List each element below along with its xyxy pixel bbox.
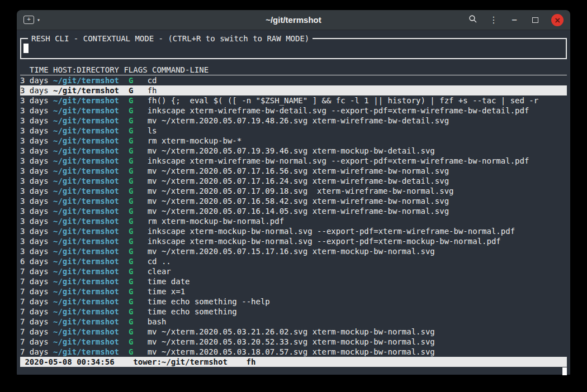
history-row[interactable]: 7 days ~/git/termshot G time echo someth… — [20, 307, 567, 317]
row-host-directory: ~/git/termshot — [53, 86, 119, 95]
row-host-directory: ~/git/termshot — [53, 166, 119, 175]
history-row[interactable]: 7 days ~/git/termshot G bash — [20, 317, 567, 327]
row-host-directory: ~/git/termshot — [53, 116, 119, 125]
row-host-directory: ~/git/termshot — [53, 197, 119, 205]
history-row[interactable]: 3 days ~/git/termshot G cd — [20, 75, 567, 85]
row-command: fh — [148, 86, 157, 95]
row-flags: G — [129, 237, 133, 246]
history-row[interactable]: 7 days ~/git/termshot G time date — [20, 276, 567, 286]
row-time: 3 days — [20, 96, 49, 105]
history-row[interactable]: 7 days ~/git/termshot G mv ~/xterm.2020.… — [20, 327, 567, 337]
mode-title: RESH CLI - CONTEXTUAL MODE - (CTRL+R to … — [28, 34, 313, 44]
history-row[interactable]: 7 days ~/git/termshot G time echo someth… — [20, 297, 567, 307]
history-list: 3 days ~/git/termshot G cd3 days ~/git/t… — [20, 75, 567, 357]
row-host-directory: ~/git/termshot — [53, 237, 119, 246]
row-time: 7 days — [20, 337, 49, 346]
new-tab-icon: + — [23, 16, 34, 24]
history-row[interactable]: 3 days ~/git/termshot G inkscape xterm-w… — [20, 156, 567, 166]
history-row[interactable]: 3 days ~/git/termshot G inkscape xterm-w… — [20, 106, 567, 116]
row-host-directory: ~/git/termshot — [53, 96, 119, 105]
history-row[interactable]: 3 days ~/git/termshot G mv ~/xterm.2020.… — [20, 176, 567, 186]
history-row[interactable]: 3 days ~/git/termshot G mv ~/xterm.2020.… — [20, 196, 567, 206]
row-flags: G — [129, 337, 133, 346]
row-command: rm xterm-mockup-bw-* — [148, 136, 242, 145]
search-input[interactable]: RESH CLI - CONTEXTUAL MODE - (CTRL+R to … — [20, 38, 567, 59]
history-row[interactable]: 3 days ~/git/termshot G rm xterm-mockup-… — [20, 216, 567, 226]
history-row[interactable]: 3 days ~/git/termshot G mv ~/xterm.2020.… — [20, 146, 567, 156]
row-flags: G — [129, 247, 133, 256]
row-host-directory: ~/git/termshot — [53, 307, 119, 316]
history-row[interactable]: 3 days ~/git/termshot G ls — [20, 126, 567, 136]
terminal-window: + ▾ ~/git/termshot ⋮ − × — [17, 10, 570, 375]
history-row[interactable]: 3 days ~/git/termshot G mv ~/xterm.2020.… — [20, 186, 567, 196]
row-command: inkscape xterm-wireframe-bw-normal.svg -… — [148, 156, 529, 165]
row-host-directory: ~/git/termshot — [53, 277, 119, 286]
row-time: 3 days — [20, 247, 49, 256]
history-row[interactable]: 7 days ~/git/termshot G mv ~/xterm.2020.… — [20, 347, 567, 357]
history-row[interactable]: 7 days ~/git/termshot G mv ~/xterm.2020.… — [20, 337, 567, 347]
kebab-menu-icon: ⋮ — [489, 15, 498, 25]
close-button[interactable]: × — [551, 14, 564, 26]
row-host-directory: ~/git/termshot — [53, 217, 119, 226]
row-command: fh() {; eval $( ([ -n "$ZSH_NAME" ] && f… — [148, 96, 539, 105]
row-host-directory: ~/git/termshot — [53, 126, 119, 135]
history-row[interactable]: 3 days ~/git/termshot G mv ~/xterm.2020.… — [20, 246, 567, 256]
row-host-directory: ~/git/termshot — [53, 317, 119, 326]
row-flags: G — [129, 307, 133, 316]
row-command: mv ~/xterm.2020.05.07.17.16.24.svg xterm… — [148, 176, 449, 185]
row-host-directory: ~/git/termshot — [53, 337, 119, 346]
history-row[interactable]: 3 days ~/git/termshot G mv ~/xterm.2020.… — [20, 206, 567, 216]
history-row[interactable]: 3 days ~/git/termshot G rm xterm-mockup-… — [20, 136, 567, 146]
row-host-directory: ~/git/termshot — [53, 297, 119, 306]
row-host-directory: ~/git/termshot — [53, 76, 119, 85]
history-row[interactable]: 6 days ~/git/termshot G cd .. — [20, 256, 567, 266]
restore-button[interactable] — [531, 16, 539, 25]
row-time: 3 days — [20, 146, 49, 155]
row-time: 3 days — [20, 227, 49, 236]
row-command: bash — [148, 317, 167, 326]
row-time: 3 days — [20, 217, 49, 226]
history-row[interactable]: 3 days ~/git/termshot G mv ~/xterm.2020.… — [20, 166, 567, 176]
history-row[interactable]: 3 days ~/git/termshot G inkscape xterm-m… — [20, 236, 567, 246]
row-flags: G — [129, 146, 133, 155]
row-flags: G — [129, 106, 133, 115]
row-flags: G — [129, 197, 133, 205]
row-time: 6 days — [20, 257, 49, 266]
row-host-directory: ~/git/termshot — [53, 106, 119, 115]
column-header-row: TIME HOST:DIRECTORY FLAGS COMMAND-LINE — [20, 65, 567, 75]
row-flags: G — [129, 227, 133, 236]
menu-button[interactable]: ⋮ — [489, 16, 498, 25]
row-flags: G — [129, 76, 133, 85]
row-command: mv ~/xterm.2020.05.07.19.39.46.svg xterm… — [148, 146, 435, 155]
minimize-button[interactable]: − — [510, 16, 519, 25]
row-command: mv ~/xterm.2020.05.07.15.17.16.svg xterm… — [148, 247, 435, 256]
row-command: mv ~/xterm.2020.05.03.20.52.33.svg xterm… — [148, 337, 435, 346]
close-icon: × — [554, 16, 561, 25]
row-command: mv ~/xterm.2020.05.07.16.14.05.svg xterm… — [148, 207, 449, 216]
row-command: mv ~/xterm.2020.05.07.17.16.56.svg xterm… — [148, 166, 449, 175]
row-command: inkscape xterm-mockup-bw-normal.svg --ex… — [148, 237, 501, 246]
new-tab-button[interactable]: + ▾ — [23, 16, 40, 25]
row-time: 7 days — [20, 347, 49, 356]
search-button[interactable] — [468, 15, 477, 25]
history-row[interactable]: 7 days ~/git/termshot G time x=1 — [20, 286, 567, 297]
history-row[interactable]: 3 days ~/git/termshot G fh() {; eval $( … — [20, 95, 567, 106]
row-flags: G — [129, 257, 133, 266]
row-time: 3 days — [20, 187, 49, 195]
row-time: 3 days — [20, 207, 49, 216]
history-row[interactable]: 3 days ~/git/termshot G mv ~/xterm.2020.… — [20, 116, 567, 126]
history-row-selected[interactable]: 3 days ~/git/termshot G fh — [20, 85, 567, 95]
row-command: mv ~/xterm.2020.05.03.18.07.57.svg xterm… — [148, 347, 435, 356]
row-flags: G — [129, 267, 133, 276]
row-flags: G — [129, 176, 133, 185]
history-row[interactable]: 3 days ~/git/termshot G inkscape xterm-m… — [20, 226, 567, 236]
row-time: 3 days — [20, 237, 49, 246]
history-row[interactable]: 7 days ~/git/termshot G clear — [20, 266, 567, 276]
row-host-directory: ~/git/termshot — [53, 187, 119, 195]
row-time: 3 days — [20, 106, 49, 115]
row-command: ls — [148, 126, 157, 135]
row-flags: G — [129, 327, 133, 336]
row-host-directory: ~/git/termshot — [53, 257, 119, 266]
row-time: 7 days — [20, 317, 49, 326]
row-host-directory: ~/git/termshot — [53, 156, 119, 165]
